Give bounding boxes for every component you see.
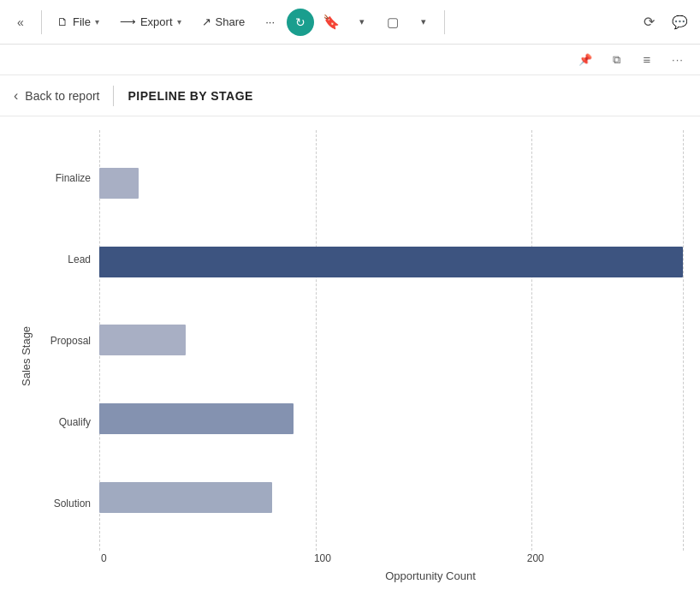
bar-row (99, 243, 683, 281)
breadcrumb-bar: ‹ Back to report PIPELINE BY STAGE (0, 75, 700, 116)
secondary-more-button[interactable]: ··· (666, 48, 690, 72)
comment-button[interactable]: 💬 (666, 9, 693, 36)
chart-inner: FinalizeLeadProposalQualifySolution 0100… (38, 130, 683, 581)
bookmark-dropdown-button[interactable]: ▾ (348, 9, 376, 36)
more-dots-icon: ··· (265, 15, 275, 28)
filter-button[interactable]: ≡ (635, 48, 659, 72)
page-title: PIPELINE BY STAGE (128, 89, 252, 103)
export-menu-button[interactable]: ⟶ Export ▾ (111, 11, 190, 33)
bar-row (99, 479, 683, 516)
copy-visual-button[interactable]: ⧉ (604, 48, 628, 72)
collapse-icon: « (17, 15, 24, 29)
x-axis-area: 0100200 Opportunity Count (108, 551, 683, 581)
file-doc-icon: 🗋 (57, 15, 68, 28)
view-dropdown-button[interactable]: ▾ (410, 9, 437, 36)
bar-row (99, 164, 683, 202)
y-axis-label: Sales Stage (17, 130, 34, 581)
file-label: File (73, 15, 91, 28)
refresh-button[interactable]: ↻ (287, 9, 314, 36)
y-axis-item: Proposal (38, 335, 99, 347)
pin-button[interactable]: 📌 (573, 48, 597, 72)
secondary-toolbar: 📌 ⧉ ≡ ··· (0, 45, 700, 75)
breadcrumb-separator (113, 86, 114, 106)
bar-qualify[interactable] (99, 403, 294, 434)
filter-icon: ≡ (644, 52, 651, 67)
file-chevron-icon: ▾ (95, 17, 99, 27)
chart-container: Sales Stage FinalizeLeadProposalQualifyS… (17, 130, 683, 581)
reload-icon: ⟳ (644, 14, 655, 30)
back-to-report-link[interactable]: Back to report (25, 89, 99, 103)
bookmark-chevron-icon: ▾ (359, 16, 365, 27)
x-tick-label: 100 (314, 552, 331, 564)
collapse-panel-button[interactable]: « (7, 9, 34, 36)
y-axis-item: Lead (38, 253, 99, 265)
pin-icon: 📌 (578, 53, 592, 66)
view-frame-icon: ▢ (387, 15, 399, 30)
bookmark-icon: 🔖 (323, 14, 340, 30)
view-button[interactable]: ▢ (379, 9, 406, 36)
copy-icon: ⧉ (613, 53, 620, 67)
back-arrow-icon[interactable]: ‹ (14, 88, 18, 104)
more-options-button[interactable]: ··· (257, 11, 283, 33)
x-tick-label: 0 (101, 552, 107, 564)
x-tick-label: 200 (527, 552, 544, 564)
main-toolbar: « 🗋 File ▾ ⟶ Export ▾ ↗ Share ··· ↻ 🔖 ▾ … (0, 0, 700, 45)
bar-proposal[interactable] (99, 325, 186, 355)
refresh-icon: ↻ (295, 15, 306, 29)
y-axis-item: Finalize (38, 172, 99, 184)
chart-area: Sales Stage FinalizeLeadProposalQualifyS… (0, 116, 700, 590)
bookmark-button[interactable]: 🔖 (317, 9, 345, 36)
view-chevron-icon: ▾ (421, 16, 426, 27)
secondary-more-icon: ··· (672, 53, 684, 66)
bar-row (99, 400, 683, 438)
file-menu-button[interactable]: 🗋 File ▾ (49, 11, 108, 33)
toolbar-divider-1 (41, 10, 42, 34)
y-labels: FinalizeLeadProposalQualifySolution (38, 130, 99, 551)
bar-row (99, 321, 683, 359)
export-arrow-icon: ⟶ (120, 15, 136, 28)
share-button[interactable]: ↗ Share (193, 11, 254, 33)
grid-line (683, 130, 684, 551)
y-axis-item: Qualify (38, 416, 99, 428)
toolbar-divider-2 (444, 10, 445, 34)
comment-icon: 💬 (672, 15, 688, 30)
bar-finalize[interactable] (99, 168, 139, 199)
bar-solution[interactable] (99, 482, 272, 513)
export-chevron-icon: ▾ (177, 17, 181, 27)
export-label: Export (140, 15, 173, 28)
reload-button[interactable]: ⟳ (635, 9, 662, 36)
x-axis-label: Opportunity Count (178, 569, 683, 582)
bar-lead[interactable] (99, 247, 683, 277)
toolbar-right-section: ⟳ 💬 (635, 9, 693, 36)
bars-wrapper (99, 130, 683, 551)
bars-and-labels: FinalizeLeadProposalQualifySolution (38, 130, 683, 551)
y-axis-item: Solution (38, 498, 99, 510)
share-icon: ↗ (202, 15, 211, 28)
share-label: Share (216, 15, 246, 28)
